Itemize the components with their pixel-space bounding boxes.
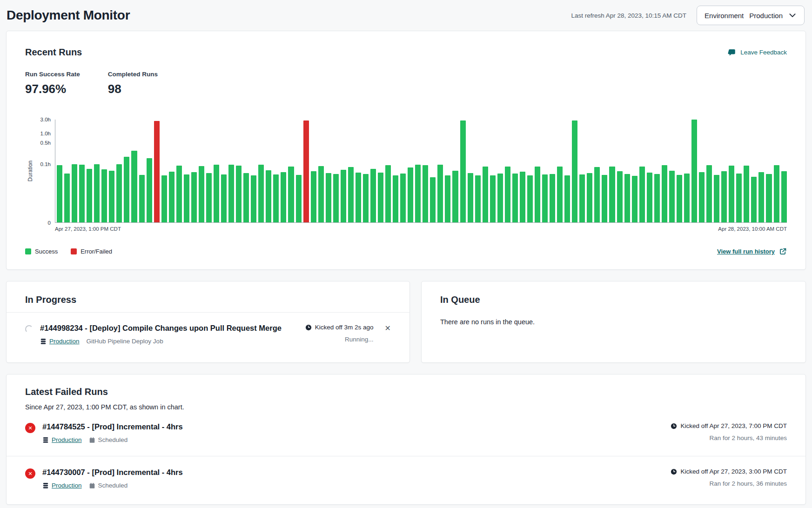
close-icon[interactable]: ✕ bbox=[385, 325, 391, 332]
chart-bar-success[interactable] bbox=[221, 174, 227, 222]
chart-bar-failed[interactable] bbox=[303, 120, 309, 222]
chart-bar-success[interactable] bbox=[258, 165, 264, 222]
chart-bar-success[interactable] bbox=[766, 174, 772, 222]
chart-bar-success[interactable] bbox=[594, 167, 600, 222]
chart-bar-success[interactable] bbox=[452, 171, 458, 222]
production-link[interactable]: Production bbox=[40, 338, 80, 345]
chart-bar-success[interactable] bbox=[288, 167, 294, 222]
chart-bar-success[interactable] bbox=[677, 175, 682, 222]
chart-bar-success[interactable] bbox=[758, 172, 764, 222]
chart-bar-success[interactable] bbox=[691, 120, 697, 222]
chart-bar-success[interactable] bbox=[109, 171, 114, 222]
chart-bar-success[interactable] bbox=[415, 165, 421, 222]
chart-bar-success[interactable] bbox=[564, 175, 570, 222]
chart-bar-success[interactable] bbox=[437, 165, 443, 222]
chart-bar-success[interactable] bbox=[542, 174, 548, 222]
chart-bar-success[interactable] bbox=[236, 166, 242, 222]
chart-bar-success[interactable] bbox=[684, 174, 690, 222]
chart-bar-success[interactable] bbox=[527, 175, 533, 222]
chart-bar-success[interactable] bbox=[647, 173, 652, 222]
chart-bar-success[interactable] bbox=[281, 172, 286, 222]
chart-bar-success[interactable] bbox=[176, 166, 182, 222]
chart-bar-success[interactable] bbox=[423, 165, 428, 222]
chart-bar-success[interactable] bbox=[579, 174, 585, 222]
chart-bar-success[interactable] bbox=[512, 174, 518, 222]
chart-bar-success[interactable] bbox=[273, 174, 279, 222]
chart-bar-success[interactable] bbox=[131, 151, 137, 222]
chart-bar-success[interactable] bbox=[505, 167, 510, 222]
environment-dropdown[interactable]: Environment Production bbox=[697, 6, 805, 25]
chart-bar-success[interactable] bbox=[169, 172, 174, 222]
chart-bar-success[interactable] bbox=[184, 174, 189, 222]
chart-bar-success[interactable] bbox=[393, 175, 398, 222]
chart-bar-success[interactable] bbox=[602, 175, 607, 222]
chart-bar-success[interactable] bbox=[572, 120, 577, 222]
chart-bar-success[interactable] bbox=[385, 165, 391, 222]
chart-bar-success[interactable] bbox=[348, 167, 354, 222]
chart-bar-success[interactable] bbox=[706, 165, 712, 222]
chart-bar-success[interactable] bbox=[370, 169, 376, 222]
chart-bar-success[interactable] bbox=[468, 173, 473, 222]
chart-bar-success[interactable] bbox=[497, 174, 503, 222]
chart-bar-success[interactable] bbox=[475, 175, 481, 222]
chart-bar-success[interactable] bbox=[490, 175, 496, 222]
chart-bar-success[interactable] bbox=[699, 172, 705, 222]
chart-bar-success[interactable] bbox=[483, 167, 488, 222]
chart-bar-success[interactable] bbox=[318, 166, 324, 222]
chart-bar-success[interactable] bbox=[520, 172, 525, 222]
chart-bar-success[interactable] bbox=[729, 166, 734, 222]
chart-bar-success[interactable] bbox=[378, 173, 383, 222]
chart-bar-success[interactable] bbox=[609, 167, 615, 222]
chart-bar-success[interactable] bbox=[624, 174, 630, 222]
chart-bar-success[interactable] bbox=[124, 157, 129, 222]
chart-bar-success[interactable] bbox=[191, 172, 197, 222]
chart-bar-failed[interactable] bbox=[154, 121, 160, 222]
chart-bar-success[interactable] bbox=[57, 165, 62, 222]
chart-bar-success[interactable] bbox=[139, 175, 145, 222]
chart-bar-success[interactable] bbox=[72, 164, 77, 222]
chart-bar-success[interactable] bbox=[228, 165, 234, 222]
chart-bar-success[interactable] bbox=[326, 173, 331, 222]
chart-bar-success[interactable] bbox=[639, 167, 645, 222]
chart-bar-success[interactable] bbox=[736, 174, 742, 222]
chart-bar-success[interactable] bbox=[744, 166, 749, 222]
chart-bar-success[interactable] bbox=[535, 167, 540, 222]
chart-bar-success[interactable] bbox=[751, 177, 757, 222]
chart-bar-success[interactable] bbox=[714, 175, 719, 222]
chart-bar-success[interactable] bbox=[654, 174, 660, 222]
chart-bar-success[interactable] bbox=[79, 165, 85, 222]
chart-bar-success[interactable] bbox=[206, 173, 212, 222]
chart-bar-success[interactable] bbox=[363, 174, 369, 222]
chart-bar-success[interactable] bbox=[721, 171, 727, 222]
chart-bar-success[interactable] bbox=[400, 174, 406, 222]
chart-bar-success[interactable] bbox=[116, 164, 122, 222]
chart-bar-success[interactable] bbox=[87, 169, 92, 222]
chart-bar-success[interactable] bbox=[333, 174, 339, 222]
view-full-run-history-link[interactable]: View full run history bbox=[717, 247, 787, 255]
production-link[interactable]: Production bbox=[42, 436, 82, 443]
chart-bar-success[interactable] bbox=[408, 167, 413, 222]
chart-bar-success[interactable] bbox=[311, 171, 316, 222]
chart-bar-success[interactable] bbox=[557, 167, 563, 222]
chart-bar-success[interactable] bbox=[296, 175, 302, 222]
chart-bar-success[interactable] bbox=[632, 176, 638, 222]
chart-bar-success[interactable] bbox=[251, 175, 256, 222]
chart-bar-success[interactable] bbox=[460, 120, 466, 222]
chart-bar-success[interactable] bbox=[550, 174, 555, 222]
chart-bar-success[interactable] bbox=[662, 165, 667, 222]
chart-bar-success[interactable] bbox=[64, 174, 70, 222]
leave-feedback-link[interactable]: Leave Feedback bbox=[728, 48, 787, 57]
chart-bar-success[interactable] bbox=[94, 164, 100, 222]
chart-bar-success[interactable] bbox=[617, 171, 623, 222]
chart-bar-success[interactable] bbox=[161, 175, 167, 222]
chart-bar-success[interactable] bbox=[445, 175, 450, 222]
chart-bar-success[interactable] bbox=[356, 173, 361, 222]
chart-bar-success[interactable] bbox=[430, 177, 436, 222]
chart-bar-success[interactable] bbox=[781, 171, 787, 222]
chart-bar-success[interactable] bbox=[199, 166, 204, 222]
chart-bar-success[interactable] bbox=[243, 173, 249, 222]
chart-bar-success[interactable] bbox=[101, 169, 107, 222]
chart-bar-success[interactable] bbox=[587, 173, 592, 222]
chart-bar-success[interactable] bbox=[341, 170, 346, 222]
chart-bar-success[interactable] bbox=[266, 170, 271, 222]
